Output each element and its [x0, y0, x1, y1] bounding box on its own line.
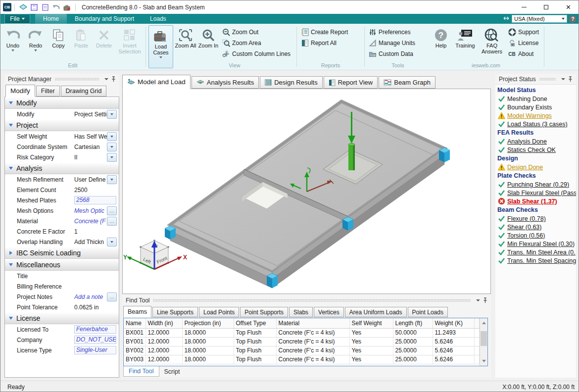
status-item[interactable]: Punching Shear (0.29)	[497, 180, 576, 189]
property-row[interactable]: Risk CategoryII	[5, 152, 119, 162]
panel-menu-button[interactable]	[102, 75, 110, 83]
property-row[interactable]: Self WeightHas Self We	[5, 131, 119, 142]
pin-button[interactable]	[110, 75, 117, 83]
status-item[interactable]: Torsion (0.56)	[497, 231, 576, 240]
section-license[interactable]: License	[5, 312, 119, 324]
col-width[interactable]: Width (in)	[145, 318, 182, 328]
tab-vertices[interactable]: Vertices	[314, 307, 344, 317]
dropdown-button[interactable]	[107, 153, 117, 162]
minimize-button[interactable]	[513, 0, 535, 14]
property-row[interactable]: Coordinate SystemCartesian	[5, 142, 119, 152]
support-cube[interactable]	[165, 226, 176, 240]
col-offset-type[interactable]: Offset Type	[234, 318, 276, 328]
custom-data-button[interactable]: Custom Data	[366, 49, 430, 59]
support-cube[interactable]	[439, 147, 450, 162]
pin-button[interactable]	[482, 296, 489, 304]
load-cases-button[interactable]: Load Cases	[148, 25, 173, 68]
property-row[interactable]: Overlap HandlingAdd Thickn	[5, 237, 119, 247]
section-ibc-seismic[interactable]: IBC Seismic Loading	[5, 247, 119, 259]
status-item[interactable]: Trans. Min Steel Spacing	[497, 256, 576, 265]
support-cube[interactable]	[342, 217, 353, 231]
tab-design-results[interactable]: Design Results	[260, 76, 322, 89]
tab-report-view[interactable]: Report View	[324, 76, 378, 89]
status-item[interactable]: Statics Check OK	[497, 146, 576, 154]
dropdown-button[interactable]	[107, 175, 117, 184]
tab-beams[interactable]: Beams	[123, 306, 151, 318]
col-material[interactable]: Material	[276, 318, 349, 328]
support-cube[interactable]	[267, 273, 278, 288]
status-item[interactable]: Model Warnings	[497, 111, 576, 120]
tab-script[interactable]: Script	[159, 366, 185, 377]
report-all-button[interactable]: Report All	[298, 38, 363, 49]
drag-grip[interactable]	[55, 78, 99, 81]
property-row[interactable]: Meshed Plates2568	[5, 195, 119, 205]
tab-home[interactable]: Home	[35, 14, 67, 24]
section-miscellaneous[interactable]: Miscellaneous	[5, 259, 119, 271]
table-row[interactable]: BY00112.000018.0000Top FlushConcrete (F'…	[124, 337, 480, 346]
maximize-button[interactable]	[535, 0, 557, 14]
column[interactable]	[348, 143, 355, 170]
status-item[interactable]: Min Flexural Steel (0.30)	[497, 240, 576, 248]
property-row[interactable]: Point Tolerance0.0625 in	[5, 302, 119, 312]
quick-loadcase-icon[interactable]	[62, 2, 72, 12]
section-modify[interactable]: Modify	[5, 97, 119, 109]
col-name[interactable]: Name	[124, 318, 145, 328]
section-project[interactable]: Project	[5, 119, 119, 131]
delete-button[interactable]: Delete	[93, 25, 115, 62]
scroll-up-button[interactable]	[480, 319, 487, 327]
col-projection[interactable]: Projection (in)	[182, 318, 234, 328]
col-length[interactable]: Length (ft)	[393, 318, 433, 328]
tab-model-and-load[interactable]: Model and Load	[122, 75, 191, 89]
ellipsis-button[interactable]: …	[107, 217, 117, 226]
manage-units-button[interactable]: Manage Units	[366, 38, 430, 49]
panel-menu-button[interactable]	[559, 75, 567, 83]
drag-grip[interactable]	[153, 299, 471, 302]
tab-filter[interactable]: Filter	[36, 86, 60, 97]
dropdown-button[interactable]	[107, 110, 117, 119]
col-weight[interactable]: Weight (K)	[433, 318, 474, 328]
close-button[interactable]: ✕	[557, 0, 579, 14]
help-button[interactable]: ? Help	[430, 25, 452, 62]
about-button[interactable]: CB About	[506, 49, 542, 59]
property-row[interactable]: Project NotesAdd a note…	[5, 292, 119, 302]
table-row[interactable]: BY00312.000018.0000Top FlushConcrete (F'…	[124, 355, 480, 364]
status-item[interactable]: Slab Shear (1.37)	[497, 197, 576, 205]
quick-undo-icon[interactable]	[51, 2, 61, 12]
vertical-scrollbar[interactable]	[480, 318, 487, 366]
tab-point-supports[interactable]: Point Supports	[240, 307, 288, 317]
paste-button[interactable]: Paste	[70, 25, 93, 62]
panel-menu-button[interactable]	[474, 296, 482, 304]
file-menu-button[interactable]: File	[4, 14, 30, 24]
tab-loads[interactable]: Loads	[142, 14, 174, 24]
tab-beam-graph[interactable]: Beam Graph	[379, 76, 435, 89]
property-row[interactable]: Billing Reference	[5, 281, 119, 292]
status-item[interactable]: Load Status (3 cases)	[497, 120, 576, 128]
zoom-in-button[interactable]: Zoom In	[197, 25, 220, 62]
copy-button[interactable]: Copy	[47, 25, 70, 62]
preferences-button[interactable]: Preferences	[366, 27, 430, 38]
zoom-area-button[interactable]: Zoom Area	[220, 38, 295, 49]
dropdown-button[interactable]	[107, 143, 117, 151]
model-viewport[interactable]: Top Left Front Y X	[122, 89, 491, 294]
drag-grip[interactable]	[539, 78, 556, 81]
dropdown-button[interactable]	[107, 132, 117, 141]
property-row[interactable]: MaterialConcrete (F…	[5, 216, 119, 226]
property-row[interactable]: Element Count2500	[5, 185, 119, 195]
undo-button[interactable]: Undo	[1, 25, 24, 62]
status-item[interactable]: Shear (0.63)	[497, 223, 576, 231]
dropdown-button[interactable]	[107, 238, 117, 246]
property-row[interactable]: Concrete E Factor1	[5, 226, 119, 237]
table-row[interactable]: BX00112.000018.0000Top FlushConcrete (F'…	[124, 328, 480, 337]
property-row[interactable]: Mesh RefinementUser Define	[5, 174, 119, 185]
property-row[interactable]: Mesh OptionsMesh Optic…	[5, 205, 119, 216]
tab-point-loads[interactable]: Point Loads	[408, 307, 448, 317]
tab-drawing-grid[interactable]: Drawing Grid	[61, 86, 107, 97]
section-analysis[interactable]: Analysis	[5, 162, 119, 174]
ellipsis-button[interactable]: …	[107, 293, 117, 301]
tab-load-points[interactable]: Load Points	[199, 307, 239, 317]
scrollbar-thumb[interactable]	[481, 331, 487, 346]
invert-selection-button[interactable]: Invert Selection	[115, 25, 144, 62]
tab-find-tool[interactable]: Find Tool	[123, 366, 159, 377]
unit-system-select[interactable]: USA (Mixed)	[512, 15, 567, 23]
zoom-out-button[interactable]: Zoom Out	[220, 27, 295, 38]
